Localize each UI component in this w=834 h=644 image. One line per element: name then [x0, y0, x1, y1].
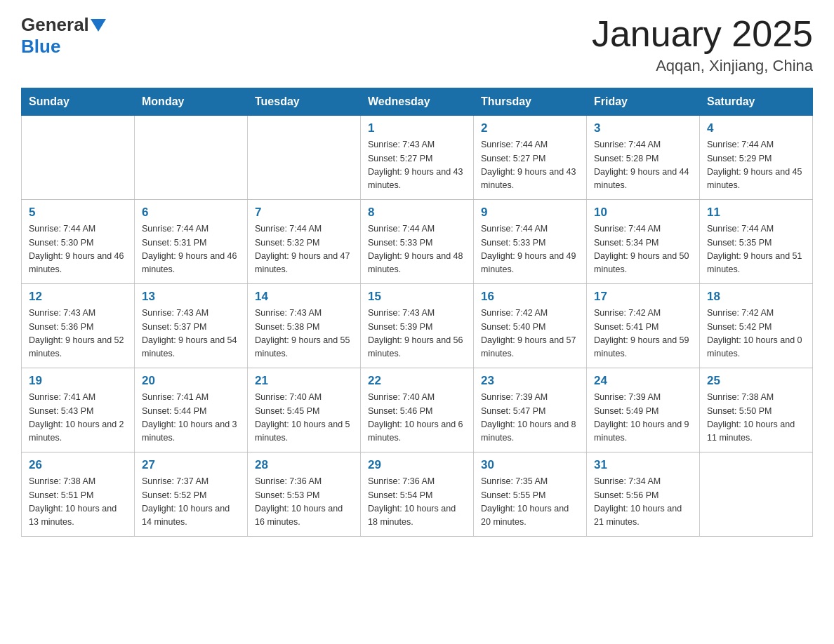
day-info: Sunrise: 7:36 AM Sunset: 5:54 PM Dayligh…	[368, 475, 466, 530]
weekday-header-friday: Friday	[587, 88, 700, 116]
calendar-cell: 2Sunrise: 7:44 AM Sunset: 5:27 PM Daylig…	[474, 116, 587, 200]
weekday-header-wednesday: Wednesday	[361, 88, 474, 116]
weekday-header-saturday: Saturday	[700, 88, 813, 116]
weekday-header-monday: Monday	[135, 88, 248, 116]
day-info: Sunrise: 7:43 AM Sunset: 5:36 PM Dayligh…	[29, 307, 127, 361]
page-header: General Blue January 2025 Aqqan, Xinjian…	[21, 14, 813, 75]
calendar-week-row: 26Sunrise: 7:38 AM Sunset: 5:51 PM Dayli…	[22, 452, 813, 537]
weekday-header-sunday: Sunday	[22, 88, 135, 116]
day-number: 22	[368, 374, 466, 388]
logo: General Blue	[21, 14, 106, 58]
day-number: 28	[255, 458, 353, 472]
day-info: Sunrise: 7:44 AM Sunset: 5:33 PM Dayligh…	[481, 222, 579, 277]
day-info: Sunrise: 7:42 AM Sunset: 5:41 PM Dayligh…	[594, 307, 692, 361]
calendar-cell: 9Sunrise: 7:44 AM Sunset: 5:33 PM Daylig…	[474, 200, 587, 284]
calendar-cell: 24Sunrise: 7:39 AM Sunset: 5:49 PM Dayli…	[587, 368, 700, 452]
day-number: 23	[481, 374, 579, 388]
calendar-cell	[700, 452, 813, 537]
calendar-cell: 20Sunrise: 7:41 AM Sunset: 5:44 PM Dayli…	[135, 368, 248, 452]
day-number: 16	[481, 290, 579, 304]
calendar-week-row: 5Sunrise: 7:44 AM Sunset: 5:30 PM Daylig…	[22, 200, 813, 284]
calendar-cell: 30Sunrise: 7:35 AM Sunset: 5:55 PM Dayli…	[474, 452, 587, 537]
calendar-cell: 10Sunrise: 7:44 AM Sunset: 5:34 PM Dayli…	[587, 200, 700, 284]
day-info: Sunrise: 7:44 AM Sunset: 5:28 PM Dayligh…	[594, 138, 692, 193]
day-number: 19	[29, 374, 127, 388]
day-number: 9	[481, 206, 579, 220]
day-info: Sunrise: 7:44 AM Sunset: 5:34 PM Dayligh…	[594, 222, 692, 277]
calendar-cell: 15Sunrise: 7:43 AM Sunset: 5:39 PM Dayli…	[361, 284, 474, 368]
day-info: Sunrise: 7:44 AM Sunset: 5:35 PM Dayligh…	[707, 222, 805, 277]
day-info: Sunrise: 7:44 AM Sunset: 5:33 PM Dayligh…	[368, 222, 466, 277]
day-number: 18	[707, 290, 805, 304]
day-number: 10	[594, 206, 692, 220]
calendar-table: SundayMondayTuesdayWednesdayThursdayFrid…	[21, 88, 813, 537]
day-info: Sunrise: 7:41 AM Sunset: 5:44 PM Dayligh…	[142, 391, 240, 445]
day-info: Sunrise: 7:38 AM Sunset: 5:51 PM Dayligh…	[29, 475, 127, 530]
day-info: Sunrise: 7:43 AM Sunset: 5:39 PM Dayligh…	[368, 307, 466, 361]
calendar-cell: 21Sunrise: 7:40 AM Sunset: 5:45 PM Dayli…	[248, 368, 361, 452]
day-number: 20	[142, 374, 240, 388]
calendar-cell: 7Sunrise: 7:44 AM Sunset: 5:32 PM Daylig…	[248, 200, 361, 284]
calendar-title: January 2025	[592, 14, 813, 54]
day-number: 29	[368, 458, 466, 472]
day-info: Sunrise: 7:44 AM Sunset: 5:31 PM Dayligh…	[142, 222, 240, 277]
day-number: 15	[368, 290, 466, 304]
day-number: 4	[707, 121, 805, 135]
svg-marker-0	[91, 19, 106, 32]
calendar-cell: 29Sunrise: 7:36 AM Sunset: 5:54 PM Dayli…	[361, 452, 474, 537]
day-number: 26	[29, 458, 127, 472]
logo-arrow-icon	[91, 19, 106, 32]
calendar-cell: 6Sunrise: 7:44 AM Sunset: 5:31 PM Daylig…	[135, 200, 248, 284]
day-number: 27	[142, 458, 240, 472]
calendar-week-row: 19Sunrise: 7:41 AM Sunset: 5:43 PM Dayli…	[22, 368, 813, 452]
calendar-cell: 31Sunrise: 7:34 AM Sunset: 5:56 PM Dayli…	[587, 452, 700, 537]
calendar-cell: 22Sunrise: 7:40 AM Sunset: 5:46 PM Dayli…	[361, 368, 474, 452]
calendar-cell: 18Sunrise: 7:42 AM Sunset: 5:42 PM Dayli…	[700, 284, 813, 368]
day-info: Sunrise: 7:34 AM Sunset: 5:56 PM Dayligh…	[594, 475, 692, 530]
day-number: 1	[368, 121, 466, 135]
day-number: 13	[142, 290, 240, 304]
day-number: 11	[707, 206, 805, 220]
day-info: Sunrise: 7:44 AM Sunset: 5:27 PM Dayligh…	[481, 138, 579, 193]
day-number: 3	[594, 121, 692, 135]
day-number: 8	[368, 206, 466, 220]
day-info: Sunrise: 7:44 AM Sunset: 5:32 PM Dayligh…	[255, 222, 353, 277]
calendar-cell	[22, 116, 135, 200]
day-number: 14	[255, 290, 353, 304]
day-info: Sunrise: 7:39 AM Sunset: 5:49 PM Dayligh…	[594, 391, 692, 445]
day-number: 7	[255, 206, 353, 220]
weekday-header-tuesday: Tuesday	[248, 88, 361, 116]
calendar-cell: 27Sunrise: 7:37 AM Sunset: 5:52 PM Dayli…	[135, 452, 248, 537]
calendar-cell: 19Sunrise: 7:41 AM Sunset: 5:43 PM Dayli…	[22, 368, 135, 452]
calendar-cell: 11Sunrise: 7:44 AM Sunset: 5:35 PM Dayli…	[700, 200, 813, 284]
day-info: Sunrise: 7:40 AM Sunset: 5:46 PM Dayligh…	[368, 391, 466, 445]
day-number: 2	[481, 121, 579, 135]
day-info: Sunrise: 7:44 AM Sunset: 5:29 PM Dayligh…	[707, 138, 805, 193]
calendar-cell: 5Sunrise: 7:44 AM Sunset: 5:30 PM Daylig…	[22, 200, 135, 284]
day-info: Sunrise: 7:42 AM Sunset: 5:40 PM Dayligh…	[481, 307, 579, 361]
day-info: Sunrise: 7:35 AM Sunset: 5:55 PM Dayligh…	[481, 475, 579, 530]
calendar-cell: 16Sunrise: 7:42 AM Sunset: 5:40 PM Dayli…	[474, 284, 587, 368]
calendar-cell: 1Sunrise: 7:43 AM Sunset: 5:27 PM Daylig…	[361, 116, 474, 200]
day-number: 6	[142, 206, 240, 220]
day-number: 17	[594, 290, 692, 304]
day-number: 24	[594, 374, 692, 388]
calendar-cell: 4Sunrise: 7:44 AM Sunset: 5:29 PM Daylig…	[700, 116, 813, 200]
calendar-cell: 14Sunrise: 7:43 AM Sunset: 5:38 PM Dayli…	[248, 284, 361, 368]
weekday-header-row: SundayMondayTuesdayWednesdayThursdayFrid…	[22, 88, 813, 116]
logo-general-text: General	[21, 14, 89, 36]
day-number: 30	[481, 458, 579, 472]
day-number: 31	[594, 458, 692, 472]
day-info: Sunrise: 7:43 AM Sunset: 5:27 PM Dayligh…	[368, 138, 466, 193]
day-number: 25	[707, 374, 805, 388]
calendar-week-row: 1Sunrise: 7:43 AM Sunset: 5:27 PM Daylig…	[22, 116, 813, 200]
day-info: Sunrise: 7:39 AM Sunset: 5:47 PM Dayligh…	[481, 391, 579, 445]
day-number: 5	[29, 206, 127, 220]
calendar-cell: 3Sunrise: 7:44 AM Sunset: 5:28 PM Daylig…	[587, 116, 700, 200]
day-number: 12	[29, 290, 127, 304]
day-info: Sunrise: 7:42 AM Sunset: 5:42 PM Dayligh…	[707, 307, 805, 361]
calendar-cell: 17Sunrise: 7:42 AM Sunset: 5:41 PM Dayli…	[587, 284, 700, 368]
calendar-subtitle: Aqqan, Xinjiang, China	[592, 57, 813, 75]
title-section: January 2025 Aqqan, Xinjiang, China	[592, 14, 813, 75]
day-info: Sunrise: 7:37 AM Sunset: 5:52 PM Dayligh…	[142, 475, 240, 530]
